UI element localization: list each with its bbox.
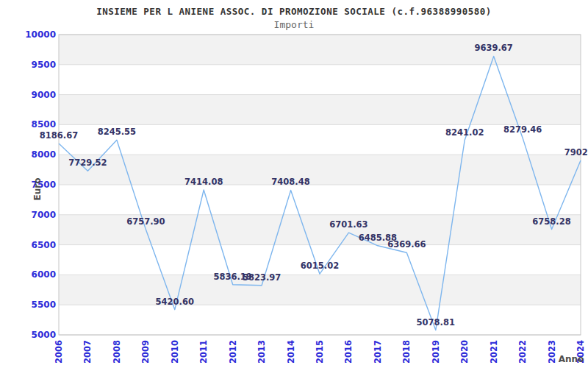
data-point-label: 8279.46: [503, 124, 542, 135]
x-tick-label: 2013: [257, 340, 267, 364]
y-tick-label: 8500: [0, 119, 56, 130]
y-tick-label: 5500: [0, 300, 56, 310]
data-point-label: 8186.67: [40, 130, 78, 141]
plot-band: [59, 275, 581, 305]
y-tick-label: 6000: [0, 269, 56, 280]
x-tick-label: 2011: [198, 340, 209, 364]
y-axis-title: Euro: [32, 178, 43, 201]
data-point-label: 6758.28: [532, 216, 570, 227]
x-tick-label: 2006: [54, 340, 64, 364]
x-tick-label: 2009: [140, 340, 151, 364]
y-tick-label: 7000: [0, 210, 56, 220]
x-tick-label: 2014: [286, 340, 296, 364]
x-tick-label: 2008: [112, 340, 122, 364]
x-tick-label: 2023: [547, 340, 557, 364]
y-tick-label: 8000: [0, 149, 56, 160]
x-tick-label: 2010: [170, 340, 180, 364]
x-tick-label: 2020: [459, 340, 470, 364]
plot-band: [59, 124, 581, 155]
data-point-label: 6701.63: [329, 219, 368, 230]
x-axis-title: Anno: [559, 354, 584, 364]
y-tick-label: 6500: [0, 240, 56, 250]
x-tick-label: 2021: [489, 340, 499, 364]
x-tick-label: 2007: [82, 340, 93, 364]
data-point-label: 6757.90: [126, 216, 165, 227]
data-point-label: 8245.55: [98, 127, 136, 137]
data-point-label: 7902.6: [564, 147, 588, 158]
data-point-label: 7414.08: [184, 177, 223, 187]
y-tick-label: 7500: [0, 180, 56, 190]
y-tick-label: 5000: [0, 330, 56, 340]
data-point-label: 9639.67: [474, 43, 512, 53]
x-tick-label: 2017: [373, 340, 383, 364]
data-point-label: 7729.52: [68, 158, 107, 168]
plot-band: [59, 185, 581, 215]
data-point-label: 6369.66: [387, 239, 426, 250]
chart-window: INSIEME PER L ANIENE ASSOC. DI PROMOZION…: [0, 0, 588, 368]
x-tick-label: 2022: [517, 340, 528, 364]
x-tick-label: 2016: [343, 340, 354, 364]
x-tick-label: 2018: [401, 340, 412, 364]
y-tick-label: 9000: [0, 90, 56, 100]
plot-band: [59, 95, 581, 125]
data-point-label: 5420.60: [156, 297, 194, 307]
data-point-label: 5823.97: [243, 272, 281, 283]
plot-band: [59, 305, 581, 335]
data-point-label: 8241.02: [445, 127, 484, 138]
data-point-label: 7408.48: [271, 177, 309, 187]
x-tick-label: 2012: [228, 340, 238, 364]
y-tick-label: 10000: [0, 29, 56, 40]
y-tick-label: 9500: [0, 60, 56, 70]
x-tick-label: 2019: [431, 340, 441, 364]
plot-band: [59, 155, 581, 185]
data-point-label: 6015.02: [301, 261, 339, 271]
data-point-label: 5078.81: [417, 317, 455, 328]
x-tick-label: 2015: [315, 340, 325, 364]
